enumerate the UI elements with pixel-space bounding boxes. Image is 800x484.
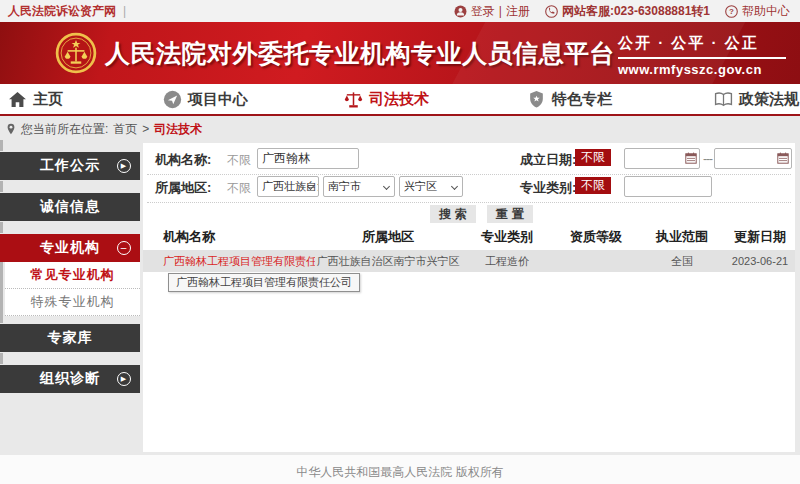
org-name-any-option[interactable]: 不限	[227, 152, 251, 169]
circle-arrow-icon: ▶	[117, 372, 131, 386]
sidebar-item-integrity-info[interactable]: 诚信信息	[0, 193, 140, 221]
sidebar-item-professional-orgs[interactable]: 专业机构 –	[0, 234, 140, 262]
date-to-field	[714, 148, 792, 169]
calendar-icon[interactable]	[685, 152, 697, 164]
sidebar-item-expert-library[interactable]: 专家库	[0, 324, 140, 352]
region-any-option[interactable]: 不限	[227, 180, 251, 197]
nav-item-project-center[interactable]: 项目中心	[163, 84, 248, 114]
form-divider	[147, 174, 791, 175]
service-group: 网站客服:023-63088881转1	[545, 3, 710, 20]
org-name-tooltip: 广西翰林工程项目管理有限责任公司	[168, 273, 360, 292]
scales-icon	[344, 90, 363, 109]
city-select[interactable]: 南宁市	[323, 176, 395, 197]
col-header-region: 所属地区	[315, 228, 461, 246]
project-center-icon	[163, 90, 182, 109]
calendar-icon[interactable]	[777, 152, 789, 164]
sidebar-item-label: 组织诊断	[40, 370, 100, 388]
page: 人民法院诉讼资产网 | 登录 | 注册 网站客服:023-63088881转1	[0, 0, 800, 484]
nav-item-label: 主页	[33, 90, 63, 109]
help-group: ? 帮助中心	[725, 3, 790, 20]
login-link[interactable]: 登录	[471, 3, 495, 20]
breadcrumb: 您当前所在位置: 首页 > 司法技术	[0, 118, 800, 140]
established-any-button[interactable]: 不限	[575, 149, 611, 166]
chevron-down-icon	[383, 183, 390, 190]
submenu-item-label: 常见专业机构	[31, 266, 115, 284]
circle-minus-icon: –	[117, 241, 131, 255]
help-icon: ?	[725, 5, 738, 18]
established-date-label: 成立日期:	[520, 151, 576, 169]
home-icon	[8, 90, 27, 109]
sidebar-submenu: 常见专业机构 特殊专业机构	[5, 262, 140, 316]
badge-icon	[527, 90, 546, 109]
search-button[interactable]: 搜索	[430, 205, 476, 223]
chevron-down-icon	[451, 183, 458, 190]
city-select-value: 南宁市	[328, 179, 361, 194]
province-select[interactable]: 广西壮族自治	[257, 176, 319, 197]
category-label: 专业类别:	[520, 179, 576, 197]
site-link[interactable]: 人民法院诉讼资产网	[8, 3, 116, 20]
breadcrumb-current: 司法技术	[154, 121, 202, 138]
district-select-value: 兴宁区	[404, 179, 437, 194]
category-any-button[interactable]: 不限	[575, 177, 611, 194]
circle-arrow-icon: ▶	[117, 159, 131, 173]
login-divider: |	[499, 4, 502, 18]
col-header-scope: 执业范围	[639, 228, 725, 246]
submenu-item-common-orgs[interactable]: 常见专业机构	[5, 262, 140, 289]
date-range-separator: ---	[703, 152, 712, 166]
svg-text:?: ?	[729, 7, 734, 16]
region-label: 所属地区:	[155, 179, 211, 197]
org-name-input[interactable]	[257, 148, 359, 169]
nav-item-label: 政策法规	[739, 90, 799, 109]
col-header-category: 专业类别	[461, 228, 553, 246]
submenu-item-label: 特殊专业机构	[31, 293, 115, 311]
banner-right: 公开 · 公平 · 公正 www.rmfysszc.gov.cn	[618, 34, 786, 77]
org-name-link[interactable]: 广西翰林工程项目管理有限责任...	[143, 254, 315, 269]
nav-item-label: 特色专栏	[552, 90, 612, 109]
copyright-text: 中华人民共和国最高人民法院 版权所有	[296, 464, 503, 484]
location-pin-icon	[6, 123, 16, 136]
row-scope: 全国	[639, 254, 725, 269]
reset-button[interactable]: 重置	[487, 205, 533, 223]
sidebar: 工作公示 ▶ 诚信信息 专业机构 – 常见专业机构 特殊专业机构 专家库	[0, 152, 140, 406]
sidebar-item-label: 诚信信息	[40, 198, 100, 216]
table-row[interactable]: 广西翰林工程项目管理有限责任... 广西壮族自治区南宁市兴宁区 工程造价 全国 …	[143, 250, 795, 272]
slogan: 公开 · 公平 · 公正	[618, 34, 786, 53]
submenu-item-special-orgs[interactable]: 特殊专业机构	[5, 289, 140, 316]
org-name-label: 机构名称:	[155, 151, 211, 169]
nav-item-featured[interactable]: 特色专栏	[527, 84, 612, 114]
sidebar-item-label: 工作公示	[40, 157, 100, 175]
nav-item-home[interactable]: 主页	[8, 84, 63, 114]
col-header-org-name: 机构名称	[143, 228, 315, 246]
breadcrumb-home[interactable]: 首页	[113, 121, 137, 138]
service-phone[interactable]: 网站客服:023-63088881转1	[562, 3, 710, 20]
court-emblem-icon	[55, 32, 97, 74]
sidebar-item-label: 专业机构	[40, 239, 100, 257]
topbar-separator: |	[123, 4, 126, 18]
col-header-updated: 更新日期	[725, 228, 795, 246]
nav-item-judicial-tech[interactable]: 司法技术	[344, 84, 429, 114]
phone-icon	[545, 5, 558, 18]
breadcrumb-separator: >	[142, 122, 149, 136]
topbar-left: 人民法院诉讼资产网 |	[8, 3, 126, 20]
nav-item-label: 项目中心	[188, 90, 248, 109]
nav-item-policies[interactable]: 政策法规	[714, 84, 799, 114]
row-category: 工程造价	[461, 254, 553, 269]
topbar-right: 登录 | 注册 网站客服:023-63088881转1 ? 帮助中心	[444, 3, 790, 20]
top-utility-bar: 人民法院诉讼资产网 | 登录 | 注册 网站客服:023-63088881转1	[0, 0, 800, 22]
register-link[interactable]: 注册	[506, 3, 530, 20]
table-header: 机构名称 所属地区 专业类别 资质等级 执业范围 更新日期	[143, 226, 795, 248]
sidebar-item-work-publicity[interactable]: 工作公示 ▶	[0, 152, 140, 180]
row-region: 广西壮族自治区南宁市兴宁区	[315, 254, 461, 269]
page-title: 人民法院对外委托专业机构专业人员信息平台	[105, 37, 615, 70]
slogan-divider	[618, 57, 786, 59]
col-header-level: 资质等级	[553, 228, 639, 246]
book-icon	[714, 90, 733, 109]
main-nav: 主页 项目中心 司法技术 特色专栏	[0, 84, 800, 116]
category-input[interactable]	[624, 176, 712, 197]
website-url: www.rmfysszc.gov.cn	[618, 62, 786, 77]
district-select[interactable]: 兴宁区	[399, 176, 463, 197]
sidebar-item-org-diagnosis[interactable]: 组织诊断 ▶	[0, 365, 140, 393]
content-panel: 机构名称: 不限 成立日期: 不限 --- 所属地区: 不限 广西壮族自治	[143, 143, 795, 452]
help-link[interactable]: 帮助中心	[742, 3, 790, 20]
nav-item-label: 司法技术	[369, 90, 429, 109]
